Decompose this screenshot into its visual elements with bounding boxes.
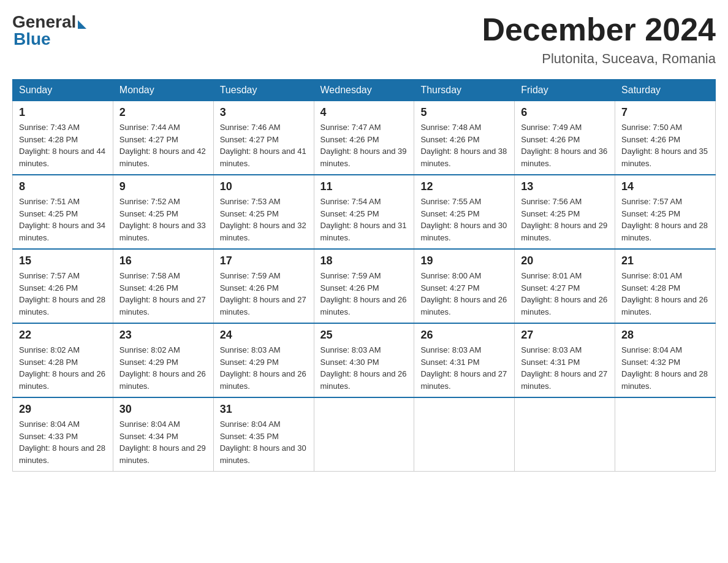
header-sunday: Sunday	[13, 80, 113, 101]
table-row	[515, 397, 615, 472]
table-row: 28Sunrise: 8:04 AMSunset: 4:32 PMDayligh…	[615, 323, 716, 397]
table-row: 7Sunrise: 7:50 AMSunset: 4:26 PMDaylight…	[615, 101, 716, 175]
table-row: 29Sunrise: 8:04 AMSunset: 4:33 PMDayligh…	[13, 397, 113, 472]
table-row: 14Sunrise: 7:57 AMSunset: 4:25 PMDayligh…	[615, 175, 716, 249]
day-info: Sunrise: 8:03 AMSunset: 4:31 PMDaylight:…	[521, 344, 609, 392]
day-info: Sunrise: 7:50 AMSunset: 4:26 PMDaylight:…	[621, 121, 709, 169]
day-info: Sunrise: 8:03 AMSunset: 4:29 PMDaylight:…	[220, 344, 308, 392]
day-number: 20	[521, 255, 609, 267]
logo-blue-text: Blue	[12, 29, 51, 49]
day-info: Sunrise: 8:04 AMSunset: 4:35 PMDaylight:…	[220, 418, 308, 466]
day-info: Sunrise: 7:51 AMSunset: 4:25 PMDaylight:…	[19, 196, 107, 243]
table-row: 17Sunrise: 7:59 AMSunset: 4:26 PMDayligh…	[213, 249, 314, 323]
calendar-week-5: 29Sunrise: 8:04 AMSunset: 4:33 PMDayligh…	[13, 397, 716, 472]
day-info: Sunrise: 8:02 AMSunset: 4:28 PMDaylight:…	[19, 344, 107, 392]
calendar-week-4: 22Sunrise: 8:02 AMSunset: 4:28 PMDayligh…	[13, 323, 716, 397]
day-info: Sunrise: 8:04 AMSunset: 4:32 PMDaylight:…	[621, 344, 709, 392]
logo-arrow-icon	[78, 20, 86, 29]
table-row: 25Sunrise: 8:03 AMSunset: 4:30 PMDayligh…	[314, 323, 414, 397]
calendar-subtitle: Plutonita, Suceava, Romania	[482, 51, 716, 67]
day-info: Sunrise: 7:48 AMSunset: 4:26 PMDaylight:…	[420, 121, 508, 169]
day-number: 9	[119, 180, 207, 193]
day-number: 22	[19, 329, 107, 342]
table-row: 6Sunrise: 7:49 AMSunset: 4:26 PMDaylight…	[515, 101, 615, 175]
header-saturday: Saturday	[615, 80, 716, 101]
day-info: Sunrise: 7:56 AMSunset: 4:25 PMDaylight:…	[521, 196, 609, 243]
day-info: Sunrise: 8:01 AMSunset: 4:27 PMDaylight:…	[521, 270, 609, 318]
day-number: 10	[220, 180, 308, 193]
day-number: 16	[119, 255, 207, 267]
table-row: 2Sunrise: 7:44 AMSunset: 4:27 PMDaylight…	[113, 101, 213, 175]
header-monday: Monday	[113, 80, 213, 101]
day-info: Sunrise: 7:43 AMSunset: 4:28 PMDaylight:…	[19, 121, 107, 169]
table-row: 19Sunrise: 8:00 AMSunset: 4:27 PMDayligh…	[414, 249, 515, 323]
day-number: 6	[521, 106, 609, 119]
day-info: Sunrise: 7:46 AMSunset: 4:27 PMDaylight:…	[220, 121, 308, 169]
day-info: Sunrise: 8:02 AMSunset: 4:29 PMDaylight:…	[119, 344, 207, 392]
day-info: Sunrise: 8:03 AMSunset: 4:30 PMDaylight:…	[320, 344, 408, 392]
table-row: 5Sunrise: 7:48 AMSunset: 4:26 PMDaylight…	[414, 101, 515, 175]
day-number: 8	[19, 180, 107, 193]
title-section: December 2024 Plutonita, Suceava, Romani…	[482, 12, 716, 67]
table-row: 10Sunrise: 7:53 AMSunset: 4:25 PMDayligh…	[213, 175, 314, 249]
table-row: 15Sunrise: 7:57 AMSunset: 4:26 PMDayligh…	[13, 249, 113, 323]
calendar-title: December 2024	[482, 12, 716, 47]
table-row: 8Sunrise: 7:51 AMSunset: 4:25 PMDaylight…	[13, 175, 113, 249]
calendar-week-1: 1Sunrise: 7:43 AMSunset: 4:28 PMDaylight…	[13, 101, 716, 175]
day-info: Sunrise: 8:04 AMSunset: 4:33 PMDaylight:…	[19, 418, 107, 466]
table-row: 1Sunrise: 7:43 AMSunset: 4:28 PMDaylight…	[13, 101, 113, 175]
day-number: 25	[320, 329, 408, 342]
day-info: Sunrise: 8:03 AMSunset: 4:31 PMDaylight:…	[420, 344, 508, 392]
table-row: 9Sunrise: 7:52 AMSunset: 4:25 PMDaylight…	[113, 175, 213, 249]
day-number: 29	[19, 403, 107, 416]
day-number: 31	[220, 403, 308, 416]
day-info: Sunrise: 7:49 AMSunset: 4:26 PMDaylight:…	[521, 121, 609, 169]
calendar-table: Sunday Monday Tuesday Wednesday Thursday…	[12, 79, 716, 472]
table-row: 16Sunrise: 7:58 AMSunset: 4:26 PMDayligh…	[113, 249, 213, 323]
day-number: 14	[621, 180, 709, 193]
header-tuesday: Tuesday	[213, 80, 314, 101]
day-info: Sunrise: 8:00 AMSunset: 4:27 PMDaylight:…	[420, 270, 508, 318]
day-number: 18	[320, 255, 408, 267]
table-row: 3Sunrise: 7:46 AMSunset: 4:27 PMDaylight…	[213, 101, 314, 175]
day-number: 17	[220, 255, 308, 267]
table-row: 27Sunrise: 8:03 AMSunset: 4:31 PMDayligh…	[515, 323, 615, 397]
calendar-week-3: 15Sunrise: 7:57 AMSunset: 4:26 PMDayligh…	[13, 249, 716, 323]
table-row: 21Sunrise: 8:01 AMSunset: 4:28 PMDayligh…	[615, 249, 716, 323]
header-wednesday: Wednesday	[314, 80, 414, 101]
table-row: 13Sunrise: 7:56 AMSunset: 4:25 PMDayligh…	[515, 175, 615, 249]
logo: General Blue	[12, 12, 86, 49]
day-number: 19	[420, 255, 508, 267]
table-row	[314, 397, 414, 472]
table-row: 22Sunrise: 8:02 AMSunset: 4:28 PMDayligh…	[13, 323, 113, 397]
day-number: 11	[320, 180, 408, 193]
day-info: Sunrise: 7:55 AMSunset: 4:25 PMDaylight:…	[420, 196, 508, 243]
day-info: Sunrise: 7:53 AMSunset: 4:25 PMDaylight:…	[220, 196, 308, 243]
calendar-week-2: 8Sunrise: 7:51 AMSunset: 4:25 PMDaylight…	[13, 175, 716, 249]
table-row	[615, 397, 716, 472]
day-info: Sunrise: 7:52 AMSunset: 4:25 PMDaylight:…	[119, 196, 207, 243]
day-number: 5	[420, 106, 508, 119]
day-info: Sunrise: 7:44 AMSunset: 4:27 PMDaylight:…	[119, 121, 207, 169]
day-info: Sunrise: 8:01 AMSunset: 4:28 PMDaylight:…	[621, 270, 709, 318]
page-header: General Blue December 2024 Plutonita, Su…	[12, 12, 716, 67]
day-info: Sunrise: 7:59 AMSunset: 4:26 PMDaylight:…	[320, 270, 408, 318]
day-info: Sunrise: 7:57 AMSunset: 4:26 PMDaylight:…	[19, 270, 107, 318]
day-info: Sunrise: 8:04 AMSunset: 4:34 PMDaylight:…	[119, 418, 207, 466]
table-row: 24Sunrise: 8:03 AMSunset: 4:29 PMDayligh…	[213, 323, 314, 397]
table-row: 11Sunrise: 7:54 AMSunset: 4:25 PMDayligh…	[314, 175, 414, 249]
day-number: 12	[420, 180, 508, 193]
day-info: Sunrise: 7:58 AMSunset: 4:26 PMDaylight:…	[119, 270, 207, 318]
day-info: Sunrise: 7:57 AMSunset: 4:25 PMDaylight:…	[621, 196, 709, 243]
table-row: 12Sunrise: 7:55 AMSunset: 4:25 PMDayligh…	[414, 175, 515, 249]
day-number: 3	[220, 106, 308, 119]
day-number: 13	[521, 180, 609, 193]
day-number: 15	[19, 255, 107, 267]
day-number: 23	[119, 329, 207, 342]
table-row	[414, 397, 515, 472]
header-thursday: Thursday	[414, 80, 515, 101]
day-info: Sunrise: 7:47 AMSunset: 4:26 PMDaylight:…	[320, 121, 408, 169]
header-friday: Friday	[515, 80, 615, 101]
table-row: 18Sunrise: 7:59 AMSunset: 4:26 PMDayligh…	[314, 249, 414, 323]
day-number: 24	[220, 329, 308, 342]
